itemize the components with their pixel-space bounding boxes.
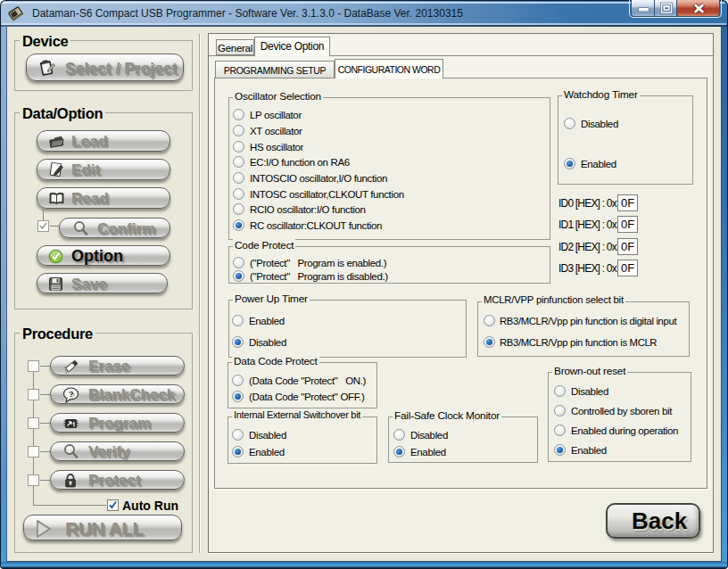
svg-text:?: ? <box>69 390 74 399</box>
